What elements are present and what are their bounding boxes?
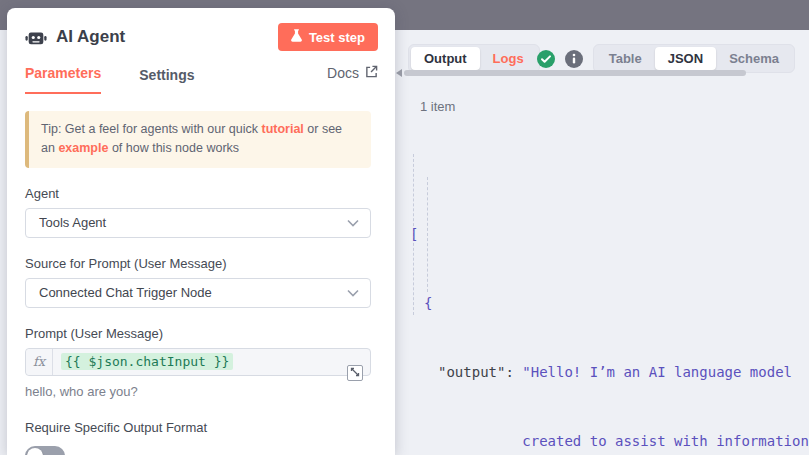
tab-settings[interactable]: Settings xyxy=(139,67,194,94)
prompt-label: Prompt (User Message) xyxy=(25,326,378,341)
tab-table[interactable]: Table xyxy=(596,47,655,70)
tab-output[interactable]: Output xyxy=(411,47,480,70)
scrollbar-left-arrow xyxy=(396,69,402,77)
node-title: AI Agent xyxy=(56,27,125,47)
tab-parameters[interactable]: Parameters xyxy=(25,65,101,94)
example-link[interactable]: example xyxy=(58,141,108,155)
tab-json[interactable]: JSON xyxy=(655,47,716,70)
chevron-down-icon xyxy=(347,289,359,297)
node-header: AI Agent Test step xyxy=(7,8,395,51)
json-line: [ xyxy=(410,223,809,246)
expand-expression-button[interactable] xyxy=(347,365,363,381)
node-settings-panel: AI Agent Test step Parameters Settings D… xyxy=(7,8,395,455)
agent-select[interactable]: Tools Agent xyxy=(25,208,371,238)
fx-badge: fx xyxy=(26,349,53,375)
json-output-view: [ { "output":"Hello! I’m an AI language … xyxy=(410,131,809,455)
expand-icon xyxy=(350,365,360,380)
prompt-source-select[interactable]: Connected Chat Trigger Node xyxy=(25,278,371,308)
output-logs-switch: Output Logs xyxy=(408,44,540,73)
json-line: created to assist with information xyxy=(410,430,809,453)
tab-schema[interactable]: Schema xyxy=(716,47,792,70)
success-check-icon xyxy=(537,50,555,68)
json-line: "output":"Hello! I’m an AI language mode… xyxy=(410,361,809,384)
chevron-down-icon xyxy=(347,219,359,227)
json-line: { xyxy=(410,292,809,315)
external-link-icon xyxy=(365,65,378,81)
format-switch: Table JSON Schema xyxy=(593,44,795,73)
expression-code[interactable]: {{ $json.chatInput }} xyxy=(61,353,233,370)
flask-icon xyxy=(291,29,302,45)
toggle-knob xyxy=(27,448,43,455)
items-count: 1 item xyxy=(420,99,455,114)
prompt-expression-field[interactable]: fx {{ $json.chatInput }} xyxy=(25,348,371,376)
agent-label: Agent xyxy=(25,186,378,201)
info-icon[interactable] xyxy=(565,50,583,68)
robot-icon xyxy=(25,26,47,48)
json-key: "output": xyxy=(438,364,514,380)
horizontal-scrollbar[interactable] xyxy=(404,70,746,76)
test-step-button[interactable]: Test step xyxy=(278,23,378,51)
tip-callout: Tip: Get a feel for agents with our quic… xyxy=(25,111,371,168)
output-format-toggle[interactable] xyxy=(25,446,65,455)
prompt-source-label: Source for Prompt (User Message) xyxy=(25,256,378,271)
docs-link[interactable]: Docs xyxy=(327,65,378,94)
json-string-value: "Hello! I’m an AI language model xyxy=(522,364,792,380)
tutorial-link[interactable]: tutorial xyxy=(261,122,303,136)
node-tabs: Parameters Settings Docs xyxy=(7,51,395,94)
tab-logs[interactable]: Logs xyxy=(480,47,537,70)
parameters-form: Tip: Get a feel for agents with our quic… xyxy=(7,94,395,455)
prompt-resolved-value: hello, who are you? xyxy=(25,384,378,399)
output-format-label: Require Specific Output Format xyxy=(25,420,378,435)
